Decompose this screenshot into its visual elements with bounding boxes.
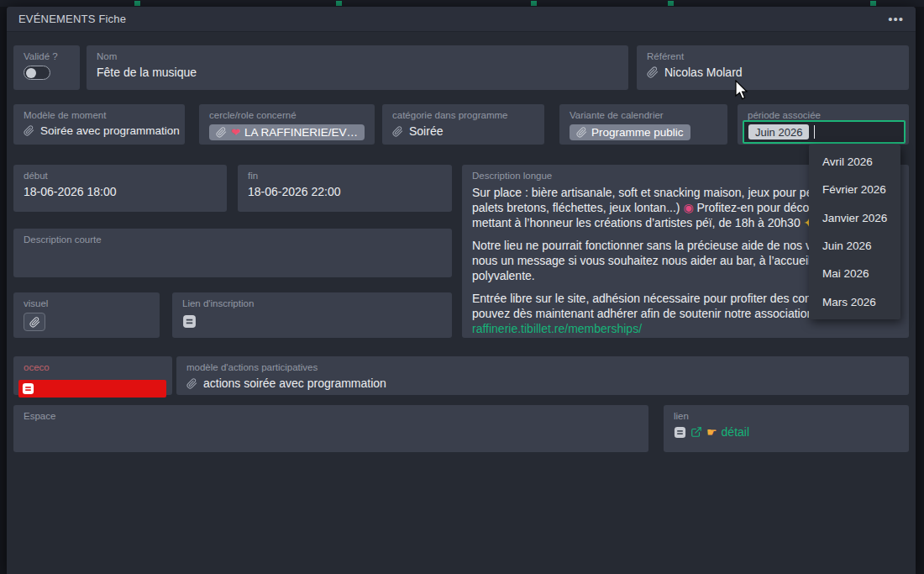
dropdown-option[interactable]: Janvier 2026 bbox=[809, 204, 900, 232]
reference-link-icon bbox=[647, 66, 659, 78]
external-link-icon[interactable] bbox=[690, 426, 702, 438]
field-label: Espace bbox=[24, 411, 638, 421]
field-value: actions soirée avec programmation bbox=[203, 377, 386, 390]
chip-label: Programme public bbox=[591, 126, 684, 139]
field-value: Soirée bbox=[409, 124, 443, 138]
page-title: EVÉNEMENTS Fiche bbox=[18, 13, 126, 25]
reference-link-icon bbox=[216, 127, 227, 138]
field-label: Description courte bbox=[24, 234, 442, 245]
more-options-icon[interactable]: ••• bbox=[888, 15, 904, 24]
paperclip-icon bbox=[29, 317, 40, 328]
field-label: Référent bbox=[647, 51, 899, 61]
field-lien[interactable]: lien ☛ détail bbox=[664, 405, 909, 452]
field-value: Fête de la musique bbox=[97, 66, 618, 79]
field-value: Soirée avec programmation bbox=[40, 124, 180, 137]
field-value: Nicolas Molard bbox=[664, 66, 743, 79]
memberships-link[interactable]: raffinerie.tibillet.re/memberships/ bbox=[472, 321, 899, 336]
panel-header: EVÉNEMENTS Fiche ••• bbox=[7, 7, 916, 32]
periode-edit-cell[interactable]: Juin 2026 bbox=[743, 120, 906, 144]
background-green-icon bbox=[336, 1, 342, 6]
background-green-icon bbox=[668, 1, 674, 6]
valide-toggle[interactable] bbox=[24, 66, 50, 80]
periode-dropdown: Avril 2026Février 2026Janvier 2026Juin 2… bbox=[809, 145, 900, 319]
detail-link[interactable]: détail bbox=[722, 425, 749, 439]
note-card-icon bbox=[22, 382, 34, 395]
field-label: catégorie dans programme bbox=[392, 110, 534, 120]
field-label: Variante de calendrier bbox=[570, 110, 717, 120]
background-green-icon bbox=[531, 1, 537, 6]
background-green-icon bbox=[870, 1, 876, 6]
field-lien-inscription[interactable]: Lien d'inscription bbox=[172, 292, 452, 338]
field-nom[interactable]: Nom Fête de la musique bbox=[87, 45, 628, 90]
field-label: lien bbox=[674, 411, 899, 421]
field-label: oceco bbox=[24, 362, 162, 372]
record-card-panel: EVÉNEMENTS Fiche ••• Validé ? Nom Fête d… bbox=[7, 7, 916, 574]
reference-chip[interactable]: ❤ LA RAFFINERIE/EV… bbox=[209, 124, 365, 140]
dropdown-option[interactable]: Juin 2026 bbox=[809, 232, 900, 260]
toggle-knob bbox=[26, 68, 36, 78]
field-label: début bbox=[24, 171, 217, 181]
field-modele-moment[interactable]: Modèle de moment Soirée avec programmati… bbox=[13, 104, 185, 145]
chip-label: LA RAFFINERIE/EV… bbox=[244, 126, 358, 139]
field-label: Modèle de moment bbox=[24, 110, 175, 120]
field-espace[interactable]: Espace bbox=[13, 405, 648, 452]
field-value: 18-06-2026 18:00 bbox=[24, 185, 217, 198]
field-label: Nom bbox=[97, 51, 618, 61]
field-categorie[interactable]: catégorie dans programme Soirée bbox=[382, 104, 544, 145]
field-label: Lien d'inscription bbox=[182, 298, 442, 308]
field-modele-actions[interactable]: modèle d'actions participatives actions … bbox=[176, 356, 909, 395]
field-oceco[interactable]: oceco bbox=[13, 356, 172, 395]
field-visuel[interactable]: visuel bbox=[13, 292, 160, 338]
field-cercle-role[interactable]: cercle/role concerné ❤ LA RAFFINERIE/EV… bbox=[199, 104, 375, 145]
field-description-courte[interactable]: Description courte bbox=[13, 229, 452, 277]
field-label: période associée bbox=[748, 110, 899, 120]
heart-icon: ❤ bbox=[231, 126, 240, 139]
field-valide: Validé ? bbox=[13, 45, 80, 90]
note-card-icon bbox=[182, 314, 197, 329]
field-label: visuel bbox=[24, 298, 150, 308]
reference-chip[interactable]: Programme public bbox=[570, 124, 690, 140]
dropdown-option[interactable]: Mars 2026 bbox=[809, 287, 900, 315]
dropdown-option[interactable]: Mai 2026 bbox=[809, 260, 900, 287]
note-card-icon bbox=[674, 426, 686, 439]
background-page-strip bbox=[0, 0, 924, 7]
field-variante[interactable]: Variante de calendrier Programme public bbox=[559, 104, 727, 145]
dropdown-option[interactable]: Avril 2026 bbox=[809, 148, 900, 176]
dropdown-option[interactable]: Février 2026 bbox=[809, 176, 900, 203]
dropdown-options: Avril 2026Février 2026Janvier 2026Juin 2… bbox=[809, 148, 900, 316]
field-value: 18-06-2026 22:00 bbox=[248, 185, 442, 198]
text-caret bbox=[814, 125, 815, 139]
oceco-alert-bar[interactable] bbox=[18, 380, 166, 398]
field-label: cercle/role concerné bbox=[209, 110, 365, 120]
field-label: Validé ? bbox=[24, 51, 70, 61]
pointing-hand-icon: ☛ bbox=[706, 425, 717, 439]
attach-file-button[interactable] bbox=[24, 313, 45, 331]
field-fin[interactable]: fin 18-06-2026 22:00 bbox=[238, 165, 452, 212]
reference-link-icon bbox=[24, 125, 34, 136]
reference-link-icon bbox=[576, 127, 587, 138]
field-label: modèle d'actions participatives bbox=[186, 362, 899, 372]
field-debut[interactable]: début 18-06-2026 18:00 bbox=[13, 165, 227, 212]
background-green-icon bbox=[134, 1, 140, 6]
field-label: fin bbox=[248, 171, 442, 181]
reference-link-icon bbox=[186, 378, 197, 389]
field-referent[interactable]: Référent Nicolas Molard bbox=[637, 45, 909, 90]
reference-link-icon bbox=[392, 126, 403, 137]
periode-chip[interactable]: Juin 2026 bbox=[748, 124, 809, 140]
